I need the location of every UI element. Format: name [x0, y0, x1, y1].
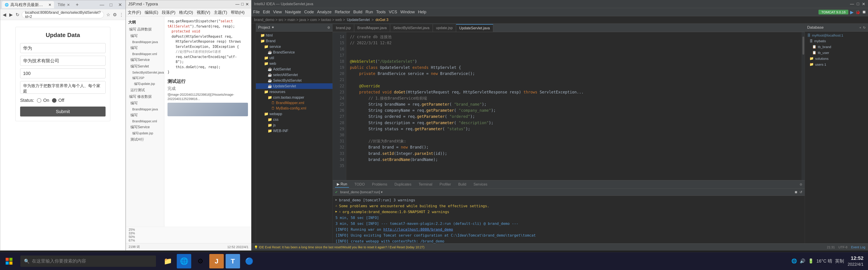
- tree-web[interactable]: 📁web: [256, 61, 333, 66]
- db-panel-refresh[interactable]: ↻: [863, 26, 866, 29]
- sidebar-item-updatejsp[interactable]: 编写update.jsp: [126, 81, 164, 87]
- menu-vcs[interactable]: VCS: [389, 10, 397, 14]
- typora-menu-para[interactable]: 段落(P): [162, 10, 176, 15]
- company-name-input[interactable]: [20, 56, 105, 66]
- menu-build[interactable]: Build: [353, 10, 362, 14]
- new-tab-button[interactable]: +: [73, 1, 81, 8]
- statusbar-eval-text[interactable]: 💡 IDE Eval Reset: It has been a long tim…: [254, 245, 425, 249]
- sidebar-item-write3[interactable]: 编写: [126, 100, 164, 107]
- taskbar-network-icon[interactable]: 🌐: [792, 258, 797, 264]
- sidebar-item-brand[interactable]: 编写 品牌数据: [126, 26, 164, 33]
- ij-close[interactable]: ✕: [862, 2, 865, 6]
- tree-resources[interactable]: 📁resources: [256, 89, 333, 95]
- sidebar-item-service1[interactable]: 编写Service: [126, 57, 164, 63]
- tab-todo[interactable]: TODO: [352, 181, 367, 188]
- db-users[interactable]: 📁 users 1: [805, 61, 868, 67]
- menu-help[interactable]: Help: [418, 10, 426, 14]
- tree-updateservlet[interactable]: ☕UpdateServlet: [256, 83, 333, 89]
- tree-webinf[interactable]: 📁WEB-INF: [256, 128, 333, 134]
- tab-close-2[interactable]: ✕: [67, 3, 70, 7]
- radio-on-group[interactable]: On: [37, 98, 49, 103]
- sidebar-item-modify[interactable]: 编写 修改数据: [126, 94, 164, 100]
- tree-brand[interactable]: 📁Brand: [256, 38, 333, 44]
- bottom-settings-icon[interactable]: ⚙: [800, 182, 802, 186]
- sidebar-item-write2[interactable]: 编写: [126, 45, 164, 51]
- taskbar-icon-file-explorer[interactable]: 📁: [160, 254, 175, 268]
- refresh-button[interactable]: ↻: [15, 11, 20, 18]
- panel-gear-icon[interactable]: ⚙: [327, 26, 330, 29]
- statusbar-event-log[interactable]: Event Log: [851, 245, 865, 249]
- browser-tab-inactive[interactable]: Title ✕: [55, 1, 72, 8]
- sidebar-item-runtest[interactable]: 运行测试: [126, 87, 164, 94]
- browser-tab-active[interactable]: 🌐 高马程序员最新版(JavaWeb图解) ✕: [2, 1, 54, 8]
- brand-name-input[interactable]: [20, 43, 105, 53]
- typora-close[interactable]: ✕: [246, 2, 249, 7]
- radio-off-group[interactable]: Off: [52, 98, 64, 103]
- tree-selectbyid[interactable]: ☕SelectByIdServlet: [256, 78, 333, 83]
- taskbar-icon-browser[interactable]: 🌐: [177, 254, 191, 268]
- submit-button[interactable]: Submit: [20, 107, 105, 116]
- ij-minimize[interactable]: —: [850, 2, 854, 6]
- taskbar-search-box[interactable]: 🔍 在这里输入你要搜索的内容: [20, 256, 156, 267]
- scrollbar-thumb[interactable]: [802, 37, 804, 55]
- tab-run[interactable]: ▶ Run: [335, 181, 349, 188]
- tab-updateservlet-java[interactable]: UpdateServlet.java: [456, 24, 493, 32]
- menu-view[interactable]: View: [273, 10, 282, 14]
- sidebar-item-jsp[interactable]: 编写JSP: [126, 75, 164, 81]
- typora-menu-help[interactable]: 帮助(H): [231, 10, 245, 15]
- menu-run[interactable]: Run: [366, 10, 373, 14]
- radio-on-circle[interactable]: [37, 98, 41, 103]
- tab-brandmapper-java[interactable]: BrandMapper.java: [354, 24, 390, 32]
- sidebar-item-servlet1[interactable]: 编写Servlet: [126, 63, 164, 70]
- sidebar-item-brandmapper-xml2[interactable]: BrandMapper.xml: [126, 119, 164, 124]
- sidebar-item-testhang[interactable]: 测试H行: [126, 136, 164, 143]
- db-mybatis[interactable]: 🗄 mybatis: [805, 38, 868, 44]
- zoom-50[interactable]: 50%: [129, 235, 248, 239]
- typora-menu-format[interactable]: 格式(O): [179, 10, 193, 15]
- tab-brand-jsp[interactable]: brand.jsp: [333, 24, 354, 32]
- typora-menu-edit[interactable]: 编辑(E): [145, 10, 158, 15]
- menu-button[interactable]: ⋮: [119, 11, 124, 18]
- tree-mapper-folder[interactable]: 📁com.taotao.mapper: [256, 95, 333, 100]
- editor-scrollbar[interactable]: [802, 32, 805, 180]
- db-tb-brand[interactable]: 📋 tb_brand: [805, 44, 868, 50]
- sidebar-item-brandmapper-java[interactable]: BrandMapper.java: [126, 39, 164, 45]
- zoom-25[interactable]: 25%: [129, 228, 248, 231]
- sidebar-item-brandmapper-java2[interactable]: BrandMapper.java: [126, 107, 164, 112]
- tab-profiler[interactable]: Profiler: [438, 181, 453, 188]
- start-button[interactable]: [0, 252, 18, 270]
- zoom-67[interactable]: 67%: [129, 239, 248, 242]
- sidebar-item-write1[interactable]: 编写: [126, 33, 164, 39]
- tree-webapp[interactable]: 📁webapp: [256, 111, 333, 117]
- typora-menu-view[interactable]: 视图(V): [197, 10, 210, 15]
- radio-off-circle[interactable]: [52, 98, 57, 103]
- tab-close-1[interactable]: ✕: [49, 3, 51, 7]
- tree-html[interactable]: 📁html: [256, 33, 333, 38]
- close-button[interactable]: ✕: [116, 1, 124, 8]
- tab-terminal[interactable]: Terminal: [417, 181, 434, 188]
- menu-window[interactable]: Window: [400, 10, 415, 14]
- debug-button[interactable]: 🐞: [855, 10, 860, 15]
- menu-navigate[interactable]: Navigate: [285, 10, 301, 14]
- tab-update-jsp[interactable]: update.jsp: [433, 24, 456, 32]
- tomcat-run-config[interactable]: TOMCAT 9.0.16: [818, 10, 848, 14]
- menu-code[interactable]: Code: [304, 10, 314, 14]
- taskbar-icon-app1[interactable]: ⚙: [193, 254, 208, 268]
- bookmark-button[interactable]: ☆: [106, 11, 111, 18]
- tree-js[interactable]: 📁js: [256, 122, 333, 128]
- tree-selectall[interactable]: ☕selectAllServlet: [256, 72, 333, 78]
- taskbar-icon-app2[interactable]: 🔵: [242, 254, 256, 268]
- db-tb-user[interactable]: 📋 tb_user: [805, 50, 868, 56]
- sidebar-item-brandmapper-xml[interactable]: BrandMapper.xml: [126, 51, 164, 57]
- menu-refactor[interactable]: Refactor: [335, 10, 350, 14]
- db-solutions[interactable]: 📁 solutions: [805, 56, 868, 61]
- taskbar-icon-j[interactable]: J: [209, 254, 224, 268]
- tree-mybatis-xml[interactable]: 🗒 MyBatis-config.xml: [256, 106, 333, 111]
- tree-brandservice[interactable]: ☕BrandService: [256, 49, 333, 55]
- menu-tools[interactable]: Tools: [376, 10, 385, 14]
- minimize-button[interactable]: —: [98, 1, 105, 8]
- menu-analyze[interactable]: Analyze: [317, 10, 332, 14]
- sidebar-item-updatejsp2[interactable]: 编写update.jsp: [126, 131, 164, 136]
- typora-restore[interactable]: □: [241, 2, 244, 7]
- sidebar-item-service2[interactable]: 编写Service: [126, 124, 164, 131]
